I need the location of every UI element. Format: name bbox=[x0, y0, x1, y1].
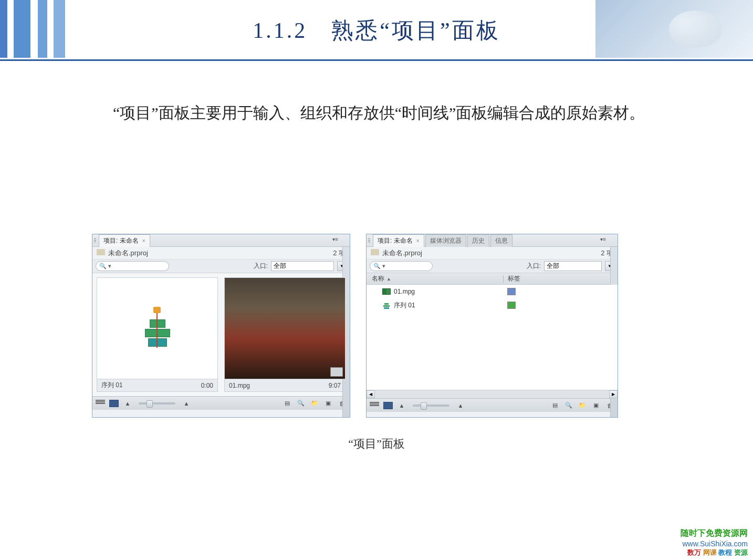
icon-view-icon[interactable] bbox=[383, 402, 393, 409]
folder-icon bbox=[371, 249, 379, 255]
tab-history[interactable]: 历史 bbox=[467, 234, 489, 247]
panel-tab-bar: 项目: 未命名× 媒体浏览器 历史 信息 ▾≡ bbox=[367, 234, 618, 247]
body-paragraph: “项目”面板主要用于输入、组织和存放供“时间线”面板编辑合成的原始素材。 bbox=[81, 100, 674, 126]
watermark: 随时下免费资源网 www.SuiShiXia.com 数万 网课 教程 资源 bbox=[681, 528, 748, 557]
close-icon[interactable]: × bbox=[416, 238, 420, 244]
folder-icon bbox=[97, 249, 105, 255]
list-body: 01.mpg 序列 01 ◀ ▶ bbox=[367, 285, 618, 398]
tab-project[interactable]: 项目: 未命名× bbox=[373, 234, 424, 247]
list-column-header: 名称▲ 标签 bbox=[367, 273, 618, 285]
search-filter-row: 🔍 ▾ 入口: 全部 ▼ bbox=[367, 260, 618, 273]
project-info-row: 未命名.prproj 2 项 bbox=[92, 247, 350, 260]
zoom-in-icon[interactable]: ▲ bbox=[182, 399, 191, 408]
project-panel-list-view: 项目: 未命名× 媒体浏览器 历史 信息 ▾≡ 未命名.prproj 2 项 🔍… bbox=[366, 234, 618, 418]
scroll-right-icon[interactable]: ▶ bbox=[609, 390, 618, 398]
thumbnail-label: 01.mpg9:07 bbox=[225, 379, 345, 391]
watermark-tagline: 数万 网课 教程 资源 bbox=[681, 548, 748, 557]
header-stripes bbox=[0, 0, 65, 58]
close-icon[interactable]: × bbox=[142, 238, 145, 244]
column-name[interactable]: 名称▲ bbox=[367, 274, 503, 283]
tab-media-browser[interactable]: 媒体浏览器 bbox=[425, 234, 466, 247]
automate-icon[interactable]: ▤ bbox=[550, 401, 560, 410]
sequence-icon bbox=[382, 302, 391, 309]
panel-tab-bar: 项目: 未命名× ▾≡ bbox=[92, 234, 350, 247]
watermark-url: www.SuiShiXia.com bbox=[681, 539, 748, 548]
entry-select[interactable]: 全部 bbox=[544, 261, 602, 271]
new-bin-icon[interactable]: 📁 bbox=[578, 401, 587, 410]
find-icon[interactable]: 🔍 bbox=[296, 399, 306, 408]
video-preview bbox=[225, 278, 345, 379]
list-view-icon[interactable] bbox=[96, 400, 105, 407]
thumbnail-sequence[interactable]: 序列 010:00 bbox=[97, 277, 218, 392]
automate-icon[interactable]: ▤ bbox=[283, 399, 292, 408]
entry-select[interactable]: 全部 bbox=[271, 261, 334, 271]
thumbnail-label: 序列 010:00 bbox=[97, 379, 217, 391]
screenshot-panels: 项目: 未命名× ▾≡ 未命名.prproj 2 项 🔍 ▾ 入口: 全部 ▼ bbox=[92, 234, 618, 418]
zoom-out-icon[interactable]: ▲ bbox=[123, 399, 132, 408]
tab-info[interactable]: 信息 bbox=[490, 234, 513, 247]
entry-label: 入口: bbox=[527, 262, 541, 271]
zoom-out-icon[interactable]: ▲ bbox=[397, 401, 406, 410]
search-input[interactable]: 🔍 ▾ bbox=[96, 261, 169, 271]
label-color-blue[interactable] bbox=[507, 288, 516, 295]
figure-caption: “项目”面板 bbox=[348, 436, 405, 452]
panel-menu-icon[interactable]: ▾≡ bbox=[600, 236, 606, 242]
column-label[interactable]: 标签 bbox=[504, 274, 618, 283]
header-decoration bbox=[595, 0, 753, 58]
panel-menu-icon[interactable]: ▾≡ bbox=[332, 236, 338, 242]
new-item-icon[interactable]: ▣ bbox=[591, 401, 601, 410]
thumbnail-area: 序列 010:00 01.mpg9:07 bbox=[92, 273, 350, 396]
mouse-image bbox=[669, 11, 721, 47]
horizontal-scrollbar[interactable]: ◀ ▶ bbox=[367, 390, 618, 398]
zoom-slider[interactable] bbox=[413, 405, 449, 407]
project-panel-icon-view: 项目: 未命名× ▾≡ 未命名.prproj 2 项 🔍 ▾ 入口: 全部 ▼ bbox=[92, 234, 350, 418]
zoom-in-icon[interactable]: ▲ bbox=[456, 401, 465, 410]
list-item-sequence[interactable]: 序列 01 bbox=[367, 298, 618, 312]
search-filter-row: 🔍 ▾ 入口: 全部 ▼ bbox=[92, 260, 350, 273]
watermark-title: 随时下免费资源网 bbox=[681, 528, 748, 539]
icon-view-icon[interactable] bbox=[109, 400, 119, 407]
sort-arrow-icon: ▲ bbox=[386, 276, 391, 282]
header-divider bbox=[0, 59, 753, 61]
scroll-left-icon[interactable]: ◀ bbox=[367, 390, 375, 398]
list-item-video[interactable]: 01.mpg bbox=[367, 285, 618, 298]
panel-grip-icon[interactable] bbox=[92, 238, 98, 242]
search-input[interactable]: 🔍 ▾ bbox=[370, 261, 433, 271]
new-bin-icon[interactable]: 📁 bbox=[310, 399, 319, 408]
panel-grip-icon[interactable] bbox=[367, 238, 372, 242]
zoom-slider[interactable] bbox=[139, 402, 175, 405]
find-icon[interactable]: 🔍 bbox=[564, 401, 573, 410]
project-info-row: 未命名.prproj 2 项 bbox=[367, 247, 618, 260]
video-file-icon bbox=[382, 288, 391, 295]
sequence-icon bbox=[137, 305, 179, 352]
entry-label: 入口: bbox=[254, 262, 268, 271]
label-color-green[interactable] bbox=[507, 302, 516, 309]
slide-header: 1.1.2 熟悉“项目”面板 bbox=[0, 0, 753, 60]
panel-footer-toolbar: ▲ ▲ ▤ 🔍 📁 ▣ 🗑 bbox=[367, 398, 618, 412]
list-view-icon[interactable] bbox=[370, 402, 379, 409]
slide-title: 1.1.2 熟悉“项目”面板 bbox=[253, 16, 500, 45]
panel-footer-toolbar: ▲ ▲ ▤ 🔍 📁 ▣ 🗑 bbox=[92, 396, 350, 410]
tab-project[interactable]: 项目: 未命名× bbox=[99, 234, 150, 247]
new-item-icon[interactable]: ▣ bbox=[323, 399, 333, 408]
thumbnail-video[interactable]: 01.mpg9:07 bbox=[224, 277, 346, 392]
